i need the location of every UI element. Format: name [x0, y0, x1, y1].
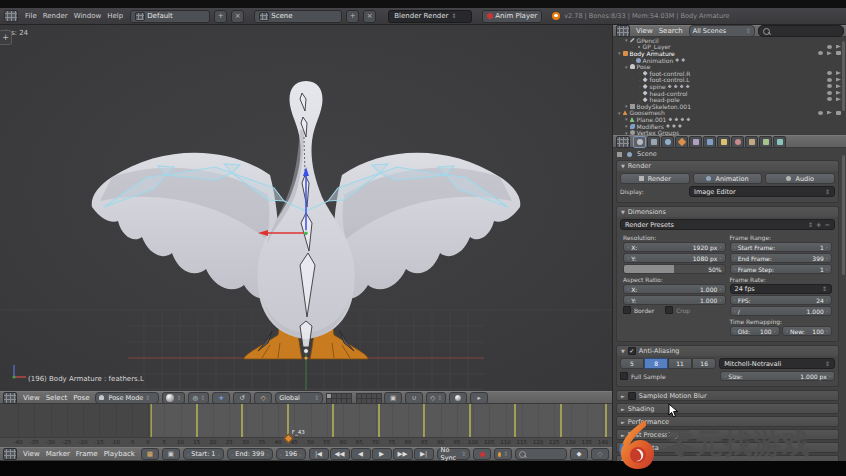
manipulator-translate-button[interactable]: + [212, 392, 230, 404]
expand-toggle-icon[interactable]: ▾ [625, 116, 628, 122]
scene-selector[interactable]: Scene [254, 10, 342, 23]
fps-preset-dropdown[interactable]: 24 fps⇕ [730, 284, 833, 294]
crop-checkbox[interactable] [665, 306, 673, 314]
start-frame-field[interactable]: ‹Start Frame:1› [730, 242, 833, 252]
fps-base-field[interactable]: ‹/1.000› [730, 306, 833, 316]
outliner-row[interactable]: ·head-control [613, 90, 846, 97]
remap-new-field[interactable]: ‹New:100› [782, 326, 832, 336]
tab-material[interactable] [731, 136, 744, 148]
selectable-icon[interactable] [836, 91, 841, 95]
sync-dropdown[interactable]: No Sync ⇕ [437, 448, 471, 460]
fps-field[interactable]: ‹FPS:24› [730, 295, 833, 305]
outliner-menu-search[interactable]: Search [656, 27, 686, 35]
extra-icon[interactable] [678, 124, 682, 128]
render-opengl-button[interactable] [449, 392, 467, 404]
tab-constraints[interactable] [689, 136, 702, 148]
delete-scene-button[interactable]: × [363, 10, 376, 23]
visibility-icon[interactable] [827, 84, 832, 88]
expand-toggle-icon[interactable]: ▾ [625, 123, 628, 129]
timeline-ruler[interactable]: -40-35-30-25-20-15-10-505101520253035404… [0, 437, 612, 447]
autokey-record-button[interactable] [473, 448, 491, 460]
timeline-menu-playback[interactable]: Playback [101, 450, 138, 458]
properties-editor-type-button[interactable] [616, 136, 630, 148]
expand-toggle-icon[interactable]: · [632, 57, 634, 63]
aa-samples-11[interactable]: 11 [668, 358, 692, 369]
expand-toggle-icon[interactable]: ▾ [625, 103, 628, 109]
viewport-menu-pose[interactable]: Pose [70, 394, 92, 402]
extra-icon[interactable] [672, 124, 676, 128]
visibility-icon[interactable] [827, 78, 832, 82]
outliner-search-input[interactable] [758, 25, 844, 37]
tab-particles[interactable] [759, 136, 772, 148]
play-reverse-button[interactable]: ◀ [351, 448, 371, 460]
aa-samples-16[interactable]: 16 [692, 358, 716, 369]
timeline-menu-marker[interactable]: Marker [43, 450, 73, 458]
render-opengl-anim-button[interactable]: ▸ [470, 392, 488, 404]
visibility-icon[interactable] [827, 71, 832, 75]
resolution-x-field[interactable]: ‹X:1920 px› [623, 242, 726, 252]
menu-window[interactable]: Window [71, 12, 105, 20]
tab-data[interactable] [717, 136, 730, 148]
extra-icon[interactable] [675, 58, 679, 62]
3d-viewport[interactable]: fps: 24 + (196) Body Armature : feathers… [0, 25, 612, 391]
tab-modifiers[interactable] [703, 136, 716, 148]
screen-layout-selector[interactable]: Default [130, 10, 210, 23]
selectable-icon[interactable] [836, 97, 841, 101]
timeline-marker[interactable] [285, 435, 292, 442]
expand-toggle-icon[interactable]: ▾ [618, 50, 621, 56]
delete-layout-button[interactable]: × [231, 10, 244, 23]
resolution-y-field[interactable]: ‹Y:1080 px› [623, 253, 726, 263]
extra-icon[interactable] [681, 58, 685, 62]
end-frame-field[interactable]: ‹End: 399› [227, 448, 273, 460]
visibility-icon[interactable] [827, 45, 832, 49]
render-display-dropdown[interactable]: Image Editor⇕ [689, 186, 835, 197]
tab-render[interactable] [633, 136, 646, 148]
tab-texture[interactable] [745, 136, 758, 148]
aa-size-field[interactable]: ‹Size: 1.000 px› [720, 371, 835, 381]
add-scene-button[interactable]: + [346, 10, 359, 23]
tab-physics[interactable] [773, 136, 786, 148]
outliner-menu-view[interactable]: View [633, 27, 656, 35]
extra-icon[interactable] [680, 117, 684, 121]
extra-icon[interactable] [674, 84, 678, 88]
jump-to-start-button[interactable]: |◀ [309, 448, 329, 460]
render-presets-dropdown[interactable]: Render Presets⇕ +− [620, 219, 835, 230]
use-preview-range-button[interactable]: ▦ [141, 448, 159, 460]
layer-toggle[interactable] [376, 398, 382, 404]
active-keying-set-field[interactable] [515, 448, 567, 460]
aspect-y-field[interactable]: ‹Y:1.000› [623, 295, 726, 305]
full-sample-checkbox[interactable] [620, 372, 628, 380]
dimensions-panel-header[interactable]: ▼Dimensions [617, 207, 838, 217]
layer-toggle[interactable] [346, 398, 352, 404]
play-button[interactable]: ▶ [372, 448, 392, 460]
visibility-icon[interactable] [827, 91, 832, 95]
selectable-icon[interactable] [827, 111, 832, 115]
orientation-dropdown[interactable]: Global ⇕ [275, 392, 323, 404]
timeline-menu-view[interactable]: View [20, 450, 43, 458]
pivot-dropdown[interactable]: ◎⇕ [188, 392, 209, 404]
panel-header-sampled-motion-blur[interactable]: ►Sampled Motion Blur [616, 390, 839, 401]
expand-toggle-icon[interactable]: ▾ [618, 110, 621, 116]
toolshelf-open-tab[interactable]: + [0, 30, 12, 45]
outliner-row[interactable]: ·spine [613, 83, 846, 90]
editor-type-button[interactable] [3, 392, 17, 404]
outliner-row[interactable]: ·foot-control.L [613, 77, 846, 84]
visibility-icon[interactable] [818, 51, 823, 55]
extra-icon[interactable] [680, 84, 684, 88]
anim-player-button[interactable]: Anim Player [482, 10, 542, 23]
extra-icon[interactable] [686, 84, 690, 88]
expand-toggle-icon[interactable]: · [639, 77, 641, 83]
outliner-editor-type-button[interactable] [616, 25, 630, 37]
menu-render[interactable]: Render [40, 12, 71, 20]
selectable-icon[interactable] [827, 51, 832, 55]
aspect-x-field[interactable]: ‹X:1.000› [623, 284, 726, 294]
expand-toggle-icon[interactable]: · [639, 90, 641, 96]
menu-file[interactable]: File [22, 12, 40, 20]
aa-filter-dropdown[interactable]: Mitchell-Netravali⇕ [719, 358, 835, 369]
aa-samples-5[interactable]: 5 [620, 358, 644, 369]
render-engine-dropdown[interactable]: Blender Render ⇕ [388, 10, 472, 23]
end-frame-field[interactable]: ‹End Frame:399› [730, 253, 833, 263]
tab-world[interactable] [661, 136, 674, 148]
viewport-menu-select[interactable]: Select [43, 394, 71, 402]
properties-scrollbar[interactable] [842, 155, 845, 275]
